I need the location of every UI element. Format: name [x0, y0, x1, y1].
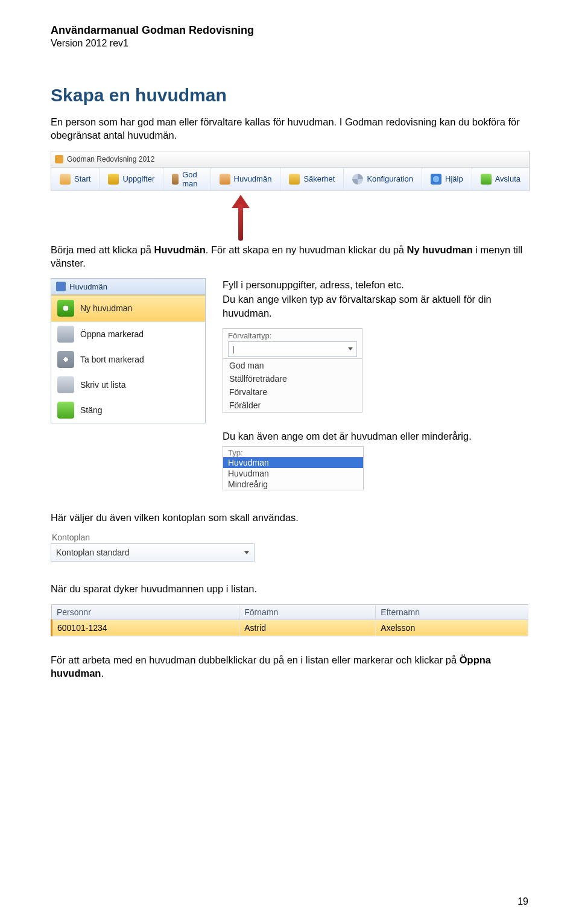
- right-paragraph-1: Fyll i personuppgifter, adress, telefon …: [223, 278, 528, 291]
- dropdown-option[interactable]: Förvaltare: [223, 385, 362, 399]
- menu-item-stang[interactable]: Stäng: [51, 397, 205, 423]
- text: Börja med att klicka på: [51, 244, 154, 255]
- menu-item-ny-huvudman[interactable]: Ny huvudman: [51, 295, 205, 321]
- forvaltartyp-dropdown-screenshot: Förvaltartyp: | God man Ställföreträdare…: [223, 328, 362, 413]
- kontoplan-label: Kontoplan: [52, 533, 528, 542]
- exit-icon: [481, 174, 492, 185]
- bold-text: Huvudmän: [154, 244, 206, 255]
- doc-title: Användarmanual Godman Redovisning: [51, 24, 528, 37]
- person-icon: [172, 174, 179, 185]
- delete-icon: [57, 351, 74, 368]
- red-arrow-annotation: [232, 195, 250, 243]
- toolbar-label: Hjälp: [445, 174, 463, 183]
- paragraph-2: Börja med att klicka på Huvudmän. För at…: [51, 243, 528, 270]
- side-menu-title: Huvudmän: [69, 282, 107, 291]
- menu-label: Öppna markerad: [80, 329, 144, 339]
- window-title: Godman Redovisning 2012: [67, 155, 154, 163]
- table-header-row: Personnr Förnamn Efternamn: [52, 604, 528, 619]
- table-row[interactable]: 600101-1234 Astrid Axelsson: [52, 619, 528, 636]
- edit-icon: [57, 326, 74, 343]
- menu-item-skrivut[interactable]: Skriv ut lista: [51, 372, 205, 397]
- table-header[interactable]: Efternamn: [376, 604, 528, 619]
- dropdown-options: God man Ställföreträdare Förvaltare Förä…: [223, 358, 362, 412]
- toolbar-label: Avsluta: [495, 174, 520, 183]
- menu-item-oppna[interactable]: Öppna markerad: [51, 321, 205, 347]
- side-menu-screenshot: Huvudmän Ny huvudman Öppna markerad Ta b…: [51, 278, 206, 423]
- doc-subtitle: Version 2012 rev1: [51, 38, 528, 49]
- toolbar-label: Säkerhet: [303, 174, 335, 183]
- toolbar-uppgifter[interactable]: Uppgifter: [100, 168, 163, 191]
- right-paragraph-2: Du kan ange vilken typ av förvaltarskap …: [223, 293, 528, 320]
- table-header[interactable]: Personnr: [52, 604, 239, 619]
- dropdown-option[interactable]: Ställföreträdare: [223, 372, 362, 385]
- intro-paragraph: En person som har god man eller förvalta…: [51, 115, 528, 142]
- menu-item-tabort[interactable]: Ta bort markerad: [51, 347, 205, 372]
- paragraph-4: När du sparat dyker huvudmannen upp i li…: [51, 582, 528, 595]
- dropdown-label: Typ:: [223, 447, 363, 457]
- table-cell: Axelsson: [376, 619, 528, 636]
- cursor: |: [232, 344, 234, 353]
- toolbar-label: God man: [182, 170, 201, 188]
- toolbar-konfiguration[interactable]: Konfiguration: [344, 168, 422, 191]
- chevron-down-icon: [244, 551, 249, 554]
- text: För att arbeta med en huvudman dubbelkli…: [51, 654, 460, 665]
- typ-dropdown-screenshot: Typ: Huvudman Huvudman Mindreårig: [223, 446, 364, 490]
- section-heading: Skapa en huvudman: [51, 85, 528, 106]
- side-menu-header: Huvudmän: [51, 279, 205, 295]
- menu-label: Stäng: [80, 405, 103, 415]
- dropdown-option[interactable]: Förälder: [223, 399, 362, 412]
- table-cell: 600101-1234: [52, 619, 239, 636]
- dropdown-selected[interactable]: Huvudman: [223, 457, 363, 468]
- huvudman-table-screenshot: Personnr Förnamn Efternamn 600101-1234 A…: [51, 604, 528, 636]
- close-icon: [57, 402, 74, 419]
- people-icon: [220, 174, 230, 185]
- paragraph-5: För att arbeta med en huvudman dubbelkli…: [51, 653, 528, 680]
- toolbar-label: Huvudmän: [234, 174, 272, 183]
- tasks-icon: [108, 174, 119, 185]
- dropdown-option[interactable]: God man: [223, 359, 362, 372]
- toolbar-label: Konfiguration: [367, 174, 413, 183]
- table-cell: Astrid: [239, 619, 376, 636]
- app-icon: [55, 155, 63, 163]
- menu-label: Skriv ut lista: [80, 380, 125, 390]
- window-titlebar: Godman Redovisning 2012: [51, 151, 529, 167]
- bold-text: Ny huvudman: [407, 244, 473, 255]
- toolbar-sakerhet[interactable]: Säkerhet: [280, 168, 344, 191]
- lock-icon: [289, 174, 300, 185]
- dropdown-option[interactable]: Huvudman: [223, 468, 363, 479]
- dropdown-option[interactable]: Mindreårig: [223, 479, 363, 490]
- text: .: [101, 668, 104, 679]
- table-header[interactable]: Förnamn: [239, 604, 376, 619]
- help-icon: [431, 174, 441, 185]
- right-paragraph-3: Du kan även ange om det är huvudman elle…: [223, 429, 528, 443]
- main-toolbar: Start Uppgifter God man Huvudmän Säkerhe…: [51, 167, 529, 191]
- menu-label: Ny huvudman: [80, 303, 132, 313]
- app-window-screenshot: Godman Redovisning 2012 Start Uppgifter …: [51, 151, 530, 191]
- gear-icon: [352, 174, 363, 185]
- paragraph-3: Här väljer du även vilken kontoplan som …: [51, 511, 528, 524]
- toolbar-start[interactable]: Start: [51, 168, 100, 191]
- toolbar-godman[interactable]: God man: [163, 168, 210, 191]
- toolbar-label: Start: [74, 174, 90, 183]
- toolbar-hjalp[interactable]: Hjälp: [422, 168, 472, 191]
- select-value: Kontoplan standard: [56, 548, 129, 557]
- menu-label: Ta bort markerad: [80, 355, 144, 364]
- dropdown-input[interactable]: |: [228, 341, 357, 357]
- toolbar-label: Uppgifter: [122, 174, 154, 183]
- dropdown-label: Förvaltartyp:: [223, 329, 362, 340]
- add-icon: [57, 300, 74, 317]
- chevron-down-icon: [348, 347, 353, 350]
- toolbar-huvudman[interactable]: Huvudmän: [211, 168, 281, 191]
- text: . För att skapa en ny huvudman klickar d…: [206, 244, 407, 255]
- page-number: 19: [517, 896, 528, 907]
- toolbar-avsluta[interactable]: Avsluta: [472, 168, 529, 191]
- kontoplan-select[interactable]: Kontoplan standard: [51, 543, 255, 562]
- print-icon: [57, 376, 74, 393]
- home-icon: [60, 174, 71, 185]
- menu-icon: [56, 282, 66, 291]
